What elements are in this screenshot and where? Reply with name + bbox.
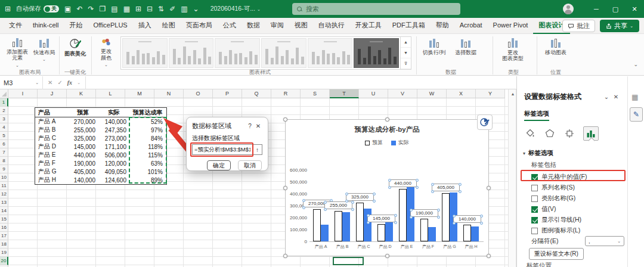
confirm-entry-icon[interactable]: ✓ bbox=[57, 79, 62, 86]
label-options-icon[interactable] bbox=[583, 126, 599, 141]
row-header-14[interactable]: 14 bbox=[0, 207, 8, 215]
chart-handle[interactable] bbox=[283, 186, 287, 190]
checkbox-row-图例项标示(L)[interactable]: 图例项标示(L) bbox=[531, 225, 624, 236]
search-box[interactable]: 搜索 bbox=[292, 3, 460, 15]
checkbox-row-显示引导线(H)[interactable]: 显示引导线(H) bbox=[531, 215, 624, 225]
row-header-4[interactable]: 4 bbox=[0, 123, 8, 132]
column-header-R[interactable]: R bbox=[271, 89, 301, 98]
data-label-产品 C[interactable]: 325,000 bbox=[346, 193, 374, 201]
column-header-J[interactable]: J bbox=[38, 89, 67, 98]
maximize-button[interactable]: ▢ bbox=[606, 0, 625, 18]
checkbox-unchecked[interactable] bbox=[531, 195, 538, 202]
column-header-N[interactable]: N bbox=[154, 89, 184, 98]
checkbox-checked[interactable] bbox=[531, 174, 538, 181]
size-properties-icon[interactable] bbox=[564, 128, 575, 139]
gallery-down-icon[interactable]: ▼ bbox=[401, 48, 411, 58]
column-header-Q[interactable]: Q bbox=[242, 89, 271, 98]
column-header-W[interactable]: W bbox=[417, 89, 447, 98]
table-row[interactable]: 产品 G405,000409,050101% bbox=[35, 167, 166, 176]
ribbon-tab-开发工具[interactable]: 开发工具 bbox=[350, 18, 387, 34]
ribbon-tab-公式[interactable]: 公式 bbox=[218, 18, 242, 34]
copy-icon[interactable]: ❐ bbox=[100, 5, 106, 13]
row-header-7[interactable]: 7 bbox=[0, 148, 8, 157]
ribbon-tab-PDF工具箱[interactable]: PDF工具箱 bbox=[387, 18, 431, 34]
reset-label-text-button[interactable]: 重设标签文本(R) bbox=[529, 248, 584, 260]
chart-handle[interactable] bbox=[283, 117, 287, 122]
row-header-18[interactable]: 18 bbox=[0, 240, 8, 249]
row-header-2[interactable]: 2 bbox=[0, 107, 8, 115]
checkbox-checked[interactable] bbox=[531, 206, 538, 213]
autosave-toggle[interactable]: 自动保存 关 bbox=[16, 5, 59, 13]
share-button[interactable]: 共享 ⌄ bbox=[600, 20, 639, 32]
save-icon[interactable]: ▣ bbox=[64, 5, 71, 13]
pane-close-icon[interactable]: ✕ bbox=[611, 94, 621, 100]
column-header-O[interactable]: O bbox=[184, 89, 213, 98]
ribbon-tab-think-cell[interactable]: think-cell bbox=[27, 18, 64, 34]
ribbon-tab-OfficePLUS[interactable]: OfficePLUS bbox=[88, 18, 132, 34]
table-row[interactable]: 产品 A270,000140,00052% bbox=[35, 117, 166, 126]
bar-budget-产品 H[interactable] bbox=[463, 225, 471, 241]
bar-budget-产品 G[interactable] bbox=[442, 193, 450, 241]
column-header-L[interactable]: L bbox=[96, 89, 125, 98]
row-header-1[interactable]: 1 bbox=[0, 98, 8, 107]
chart-handle[interactable] bbox=[283, 254, 287, 258]
merge-cells-icon[interactable]: ⊟ bbox=[147, 5, 153, 13]
quick-layout-button[interactable]: 快速布局⌄ bbox=[31, 36, 57, 67]
checkbox-unchecked[interactable] bbox=[531, 185, 538, 191]
move-chart-button[interactable]: 移动图表 bbox=[540, 36, 571, 67]
chart-handle[interactable] bbox=[385, 117, 389, 122]
row-header-13[interactable]: 13 bbox=[0, 198, 8, 207]
row-header-16[interactable]: 16 bbox=[0, 223, 8, 232]
cancel-button[interactable]: 取消 bbox=[238, 160, 262, 170]
checkbox-unchecked[interactable] bbox=[531, 228, 538, 234]
column-header-P[interactable]: P bbox=[213, 89, 242, 98]
row-header-11[interactable]: 11 bbox=[0, 182, 8, 190]
chart-style-thumbnail[interactable] bbox=[354, 38, 399, 68]
format-pane-icon[interactable]: ✎ bbox=[630, 107, 643, 122]
ribbon-tab-Acrobat[interactable]: Acrobat bbox=[454, 18, 488, 34]
bar-actual-产品 F[interactable] bbox=[428, 227, 436, 241]
legend-item-actual[interactable]: 实际 bbox=[391, 139, 409, 147]
row-header-20[interactable]: 20 bbox=[0, 257, 8, 265]
undo-icon[interactable]: ↶ bbox=[76, 5, 82, 13]
bar-budget-产品 A[interactable] bbox=[313, 209, 321, 241]
ribbon-tab-自动执行[interactable]: 自动执行 bbox=[313, 18, 350, 34]
row-header-15[interactable]: 15 bbox=[0, 215, 8, 223]
section-label-options[interactable]: ▾ 标签选项 bbox=[523, 149, 553, 157]
checkbox-row-单元格中的值(F)[interactable]: 单元格中的值(F) bbox=[531, 172, 624, 182]
tab-label-options[interactable]: 标签选项 bbox=[524, 110, 549, 121]
column-header-U[interactable]: U bbox=[359, 89, 388, 98]
row-header-19[interactable]: 19 bbox=[0, 249, 8, 257]
column-header-I[interactable]: I bbox=[8, 89, 38, 98]
table-icon[interactable]: ▦ bbox=[123, 5, 130, 13]
row-header-17[interactable]: 17 bbox=[0, 232, 8, 240]
chart-handle[interactable] bbox=[487, 254, 491, 258]
row-header-3[interactable]: 3 bbox=[0, 115, 8, 123]
row-header-8[interactable]: 8 bbox=[0, 157, 8, 165]
select-all-corner[interactable] bbox=[0, 89, 8, 98]
chart-style-thumbnail[interactable] bbox=[215, 38, 260, 68]
chart[interactable]: 预算达成分析-by产品 预算 实际 0100,000200,000300,000… bbox=[285, 119, 489, 256]
switch-row-column-button[interactable]: 切换行/列 bbox=[419, 36, 450, 67]
column-header-K[interactable]: K bbox=[67, 89, 96, 98]
ribbon-tab-帮助[interactable]: 帮助 bbox=[431, 18, 454, 34]
name-box[interactable]: M3⌄ bbox=[0, 76, 43, 89]
bar-actual-产品 D[interactable] bbox=[385, 221, 393, 241]
app-launcher-icon[interactable]: ⊞ bbox=[5, 5, 11, 13]
chart-handle[interactable] bbox=[385, 254, 389, 258]
column-header-Y[interactable]: Y bbox=[476, 89, 505, 98]
checkbox-row-类别名称(G)[interactable]: 类别名称(G) bbox=[531, 193, 624, 204]
table-row[interactable]: 产品 H140,000124,60089% bbox=[35, 176, 166, 184]
select-data-button[interactable]: 选择数据 bbox=[451, 36, 481, 67]
collapse-ribbon-icon[interactable]: ⌄ bbox=[633, 61, 638, 67]
format-painter-icon[interactable]: ✐ bbox=[169, 5, 175, 13]
sort-icon[interactable]: ⇅ bbox=[158, 5, 164, 13]
data-label-range-input[interactable] bbox=[192, 144, 252, 155]
ribbon-tab-审阅[interactable]: 审阅 bbox=[265, 18, 289, 34]
bar-budget-产品 D[interactable] bbox=[377, 224, 385, 241]
row-header-6[interactable]: 6 bbox=[0, 140, 8, 148]
row-header-9[interactable]: 9 bbox=[0, 165, 8, 173]
close-button[interactable]: ✕ bbox=[625, 0, 644, 18]
fill-line-icon[interactable] bbox=[524, 128, 536, 139]
chart-style-thumbnail[interactable] bbox=[308, 38, 353, 68]
